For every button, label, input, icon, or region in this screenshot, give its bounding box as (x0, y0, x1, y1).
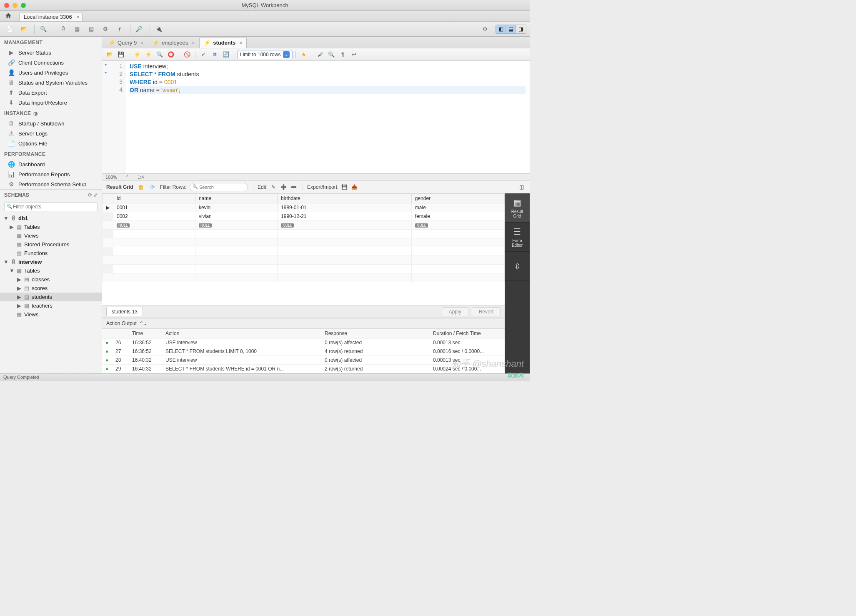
favorite-icon[interactable]: ★ (299, 50, 309, 59)
action-output[interactable]: TimeActionResponseDuration / Fetch Time●… (102, 329, 505, 373)
db1-fn[interactable]: ▦Functions (0, 249, 102, 258)
export-icon[interactable]: 💾 (340, 183, 348, 191)
output-chevron-icon[interactable]: ⌃⌄ (139, 321, 148, 326)
interview-views[interactable]: ▦Views (0, 310, 102, 319)
db1-views[interactable]: ▦Views (0, 231, 102, 240)
col-header[interactable]: gender (411, 194, 504, 203)
show-invisible-icon[interactable]: ¶ (338, 50, 348, 59)
search-icon[interactable]: 🔎 (133, 24, 145, 35)
connection-tab[interactable]: Local instance 3306 × (19, 12, 83, 21)
result-grid[interactable]: idnamebirthdategender▶0001kevin1989-01-0… (102, 193, 505, 305)
result-tab[interactable]: students 13 (106, 307, 143, 316)
col-header[interactable]: id (113, 194, 195, 203)
minimize-window[interactable] (13, 3, 18, 8)
nav-item[interactable]: ⚙Performance Schema Setup (0, 179, 102, 189)
table-row[interactable]: ▶0001kevin1989-01-01male (103, 203, 505, 212)
add-view-icon[interactable]: ▤ (85, 24, 98, 35)
table-teachers[interactable]: ▶▤teachers (0, 301, 102, 310)
form-editor-pane[interactable]: ☰ Form Editor (505, 223, 530, 252)
nav-item[interactable]: 🌐Dashboard (0, 159, 102, 169)
nav-item[interactable]: 👤Users and Privileges (0, 68, 102, 78)
beautify-icon[interactable]: 🖌 (315, 50, 325, 59)
grid-view-icon[interactable]: ▦ (137, 183, 145, 191)
nav-pane[interactable]: ⇳ (505, 252, 530, 281)
filter-rows-input[interactable] (190, 183, 248, 191)
nav-icon: 🔗 (8, 59, 15, 66)
add-row-icon[interactable]: ➕ (279, 183, 288, 191)
execute-icon[interactable]: ⚡ (132, 50, 142, 59)
toggle-secondary[interactable]: ◨ (516, 25, 526, 33)
open-icon[interactable]: 📂 (105, 50, 115, 59)
apply-button[interactable]: Apply (442, 307, 468, 316)
editor-tab[interactable]: ⚡employees× (148, 37, 199, 48)
edit-row-icon[interactable]: ✎ (269, 183, 278, 191)
add-sp-icon[interactable]: ⚙ (99, 24, 112, 35)
close-icon[interactable]: × (140, 40, 143, 46)
db-db1[interactable]: ▼🛢db1 (0, 214, 102, 223)
new-sql-tab-icon[interactable]: 📄 (3, 24, 16, 35)
open-sql-file-icon[interactable]: 📂 (18, 24, 30, 35)
stop-icon[interactable]: ⭕ (166, 50, 176, 59)
schema-tools[interactable]: ⟳ ⤢ (88, 192, 98, 198)
editor-tab[interactable]: ⚡Query 9× (104, 37, 148, 48)
gear-icon[interactable]: ⚙ (479, 24, 491, 35)
db-interview[interactable]: ▼🛢interview (0, 258, 102, 266)
close-icon[interactable]: × (77, 14, 80, 20)
table-row[interactable]: 0002vivian1990-12-21female (103, 212, 505, 221)
null-row[interactable]: NULLNULLNULLNULL (103, 221, 505, 230)
maximize-window[interactable] (21, 3, 26, 8)
row-limit-select[interactable]: Limit to 1000 rows ⌄ (237, 50, 293, 59)
rollback-icon[interactable]: ✖ (210, 50, 220, 59)
home-button[interactable] (0, 10, 17, 21)
db1-sp[interactable]: ▦Stored Procedures (0, 240, 102, 249)
table-students[interactable]: ▶▤students (0, 293, 102, 301)
db1-tables[interactable]: ▶▦Tables (0, 223, 102, 231)
add-fn-icon[interactable]: ƒ (113, 24, 126, 35)
filter-objects-input[interactable] (4, 202, 98, 211)
toggle-sidebar[interactable]: ◧ (496, 25, 506, 33)
col-header[interactable]: birthdate (278, 194, 412, 203)
add-table-icon[interactable]: ▦ (71, 24, 83, 35)
import-icon[interactable]: 📥 (350, 183, 358, 191)
nav-item[interactable]: 🖥Status and System Variables (0, 78, 102, 88)
add-schema-icon[interactable]: 🛢 (57, 24, 69, 35)
nav-item[interactable]: ⬆Data Export (0, 88, 102, 98)
result-grid-pane[interactable]: ▦ Result Grid (505, 193, 530, 223)
delete-row-icon[interactable]: ➖ (289, 183, 298, 191)
nav-item[interactable]: ▶Server Status (0, 48, 102, 58)
reconnect-icon[interactable]: 🔌 (153, 24, 165, 35)
close-icon[interactable]: × (239, 40, 242, 46)
col-header[interactable]: name (195, 194, 278, 203)
revert-button[interactable]: Revert (472, 307, 501, 316)
nav-item[interactable]: 📄Options File (0, 138, 102, 148)
nav-item[interactable]: 📊Performance Reports (0, 169, 102, 179)
nav-item[interactable]: ⬇Data Import/Restore (0, 98, 102, 108)
commit-icon[interactable]: ✔ (198, 50, 208, 59)
wrap-icon[interactable]: ↩ (349, 50, 359, 59)
wrap-cell-icon[interactable]: ◫ (517, 183, 526, 191)
close-window[interactable] (4, 3, 9, 8)
output-row[interactable]: ●2716:36:52SELECT * FROM students LIMIT … (102, 347, 505, 356)
autocommit-icon[interactable]: 🔄 (221, 50, 231, 59)
nav-item[interactable]: 🔗Client Connections (0, 58, 102, 68)
find-icon[interactable]: 🔍 (326, 50, 336, 59)
table-scores[interactable]: ▶▤scores (0, 284, 102, 293)
sql-editor[interactable]: 1234 USE interview;SELECT * FROM student… (102, 61, 530, 173)
output-row[interactable]: ●2616:36:52USE interview0 row(s) affecte… (102, 338, 505, 347)
editor-tab[interactable]: ⚡students× (199, 37, 247, 48)
toggle-output[interactable]: ⬓ (506, 25, 516, 33)
explain-icon[interactable]: 🔍 (155, 50, 165, 59)
zoom-level[interactable]: 100% (105, 175, 117, 180)
output-row[interactable]: ●2816:40:32USE interview0 row(s) affecte… (102, 356, 505, 365)
close-icon[interactable]: × (192, 40, 195, 46)
nav-item[interactable]: 🖥Startup / Shutdown (0, 118, 102, 128)
toggle-nocommit-icon[interactable]: 🚫 (182, 50, 192, 59)
execute-current-icon[interactable]: ⚡ (143, 50, 153, 59)
save-icon[interactable]: 💾 (116, 50, 126, 59)
output-row[interactable]: ●2916:40:32SELECT * FROM students WHERE … (102, 365, 505, 373)
table-classes[interactable]: ▶▤classes (0, 275, 102, 284)
nav-item[interactable]: ⚠Server Logs (0, 128, 102, 138)
inspector-icon[interactable]: 🔍 (37, 24, 50, 35)
refresh-icon[interactable]: ⟳ (148, 183, 157, 191)
interview-tables[interactable]: ▼▦Tables (0, 266, 102, 275)
